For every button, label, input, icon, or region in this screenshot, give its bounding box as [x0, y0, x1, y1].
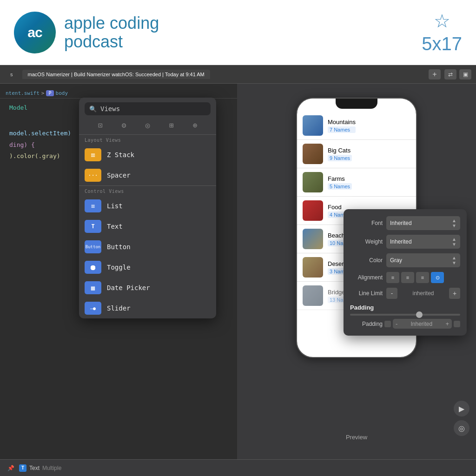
thumb-beaches: [303, 229, 323, 249]
gear-icon[interactable]: ⚙: [122, 121, 126, 130]
views-item-datepicker[interactable]: ▦ Date Picker: [79, 278, 216, 298]
logo-title-line1: apple coding: [64, 14, 159, 33]
padding-checkbox-right[interactable]: [454, 321, 460, 327]
preview-area: Mountains 7 Names Big Cats 9 Names: [237, 84, 476, 459]
breadcrumb-arrow: >: [41, 90, 45, 96]
views-panel: 🔍 Views ⊡ ⚙ ◎ ⊞ ⊕ Layout Views ≡: [79, 98, 216, 318]
list-item-bigcats[interactable]: Big Cats 9 Names: [297, 140, 416, 168]
square-icon[interactable]: ⊡: [98, 121, 103, 130]
search-icon: 🔍: [89, 106, 97, 112]
list-info-bigcats: Big Cats 9 Names: [328, 147, 352, 161]
views-item-toggle[interactable]: ⏺ Toggle: [79, 257, 216, 278]
align-circle-button[interactable]: ⊙: [431, 272, 444, 283]
views-item-list[interactable]: ≡ List: [79, 196, 216, 216]
views-item-text[interactable]: T Text: [79, 216, 216, 237]
datepicker-label: Date Picker: [107, 284, 150, 291]
alignment-group: ≡ ≡ ≡ ⊙: [386, 272, 460, 283]
align-left-button[interactable]: ≡: [386, 272, 399, 283]
align-center-button[interactable]: ≡: [401, 272, 414, 283]
color-select[interactable]: Gray ▲▼: [386, 253, 460, 267]
font-select[interactable]: Inherited ▲▼: [386, 216, 460, 230]
views-item-spacer[interactable]: ··· Spacer: [79, 165, 216, 185]
thumb-mountains: [303, 115, 323, 136]
breadcrumb-file[interactable]: ntent.swift: [6, 90, 40, 96]
color-stepper-icon: ▲▼: [452, 255, 456, 265]
text-icon: T: [85, 220, 101, 233]
layout-button[interactable]: ▣: [459, 69, 471, 79]
views-item-zstack[interactable]: ≡ Z Stack: [79, 145, 216, 165]
pin-icon: 📌: [7, 465, 14, 471]
toggle-label: Toggle: [107, 264, 131, 271]
zstack-icon: ≡: [85, 148, 101, 161]
inspector-color-row: Color Gray ▲▼: [344, 251, 467, 270]
padding-slider[interactable]: [350, 314, 460, 316]
list-item-mountains[interactable]: Mountains 7 Names: [297, 112, 416, 140]
logo-title-line2: podcast: [64, 33, 159, 51]
thumb-bigcats: [303, 144, 323, 164]
code-panel: ntent.swift > P body Model model.selectI…: [0, 84, 237, 459]
padding-checkbox-left[interactable]: [384, 321, 391, 327]
line-limit-value: inherited: [400, 290, 446, 297]
padding-plus-button[interactable]: +: [445, 320, 449, 327]
device-button[interactable]: ◎: [454, 420, 469, 436]
spacer-label: Spacer: [107, 172, 131, 179]
line-limit-group: - inherited +: [386, 288, 460, 299]
thumb-food: [303, 200, 323, 221]
color-label: Color: [350, 257, 383, 264]
logo-text: apple coding podcast: [64, 14, 159, 51]
align-right-button[interactable]: ≡: [416, 272, 429, 283]
padding-label: Padding: [350, 321, 383, 327]
image-icon[interactable]: ⊞: [169, 121, 174, 130]
episode-number: 5x17: [422, 33, 462, 54]
inspector-font-row: Font Inherited ▲▼: [344, 214, 467, 232]
text-label: Text: [107, 223, 123, 230]
alignment-label: Alignment: [350, 274, 383, 281]
weight-select[interactable]: Inherited ▲▼: [386, 235, 460, 249]
line-limit-plus-button[interactable]: +: [449, 288, 460, 299]
padding-controls: - Inherited +: [393, 319, 452, 329]
list-info-farms: Farms 5 Names: [328, 175, 352, 190]
padding-slider-row: [344, 312, 467, 317]
list-label: List: [107, 202, 123, 210]
xcode-area: s macOS Namerizer | Build Namerizer watc…: [0, 65, 476, 476]
list-icon: ≡: [85, 199, 101, 212]
views-search-bar[interactable]: 🔍 Views: [85, 102, 211, 115]
play-button[interactable]: ▶: [454, 401, 469, 416]
views-item-slider[interactable]: —● Slider: [79, 298, 216, 318]
swap-button[interactable]: ⇄: [444, 69, 456, 79]
breadcrumb-badge: P: [46, 90, 53, 96]
subtitle-farms: 5 Names: [328, 183, 352, 190]
bottom-text-sub: Multiple: [42, 465, 61, 471]
line-limit-minus-button[interactable]: -: [386, 288, 397, 299]
slider-label: Slider: [107, 304, 131, 312]
phone-notch: [336, 99, 377, 109]
button-label: Button: [107, 243, 131, 251]
text-badge-icon: T: [19, 464, 26, 472]
star-icon: ☆: [434, 10, 450, 32]
padding-section-label: Padding: [344, 301, 467, 312]
toolbar-s: s: [5, 70, 19, 79]
xcode-body: ntent.swift > P body Model model.selectI…: [0, 84, 476, 459]
title-mountains: Mountains: [328, 119, 356, 126]
title-farms: Farms: [328, 175, 352, 182]
palette-icon[interactable]: ⊕: [193, 121, 198, 130]
logo-circle: ac: [14, 12, 56, 53]
thumb-deserts: [303, 257, 323, 278]
button-icon: Button: [85, 240, 101, 253]
add-tab-button[interactable]: +: [429, 69, 441, 79]
list-item-farms[interactable]: Farms 5 Names: [297, 168, 416, 197]
control-views-label: Control Views: [79, 186, 216, 196]
zstack-label: Z Stack: [107, 151, 134, 159]
padding-minus-button[interactable]: -: [396, 320, 397, 327]
thumb-bridges: [303, 285, 323, 306]
color-value: Gray: [390, 257, 452, 264]
circle-icon[interactable]: ◎: [145, 121, 150, 130]
font-value: Inherited: [390, 220, 452, 226]
logo-area: ac apple coding podcast: [14, 12, 159, 53]
datepicker-icon: ▦: [85, 281, 101, 294]
toolbar-tab-active[interactable]: macOS Namerizer | Build Namerizer watchO…: [22, 70, 210, 79]
views-item-button[interactable]: Button Button: [79, 237, 216, 257]
logo-initials: ac: [27, 25, 42, 40]
breadcrumb-item[interactable]: body: [56, 90, 68, 96]
subtitle-mountains: 7 Names: [328, 126, 356, 133]
